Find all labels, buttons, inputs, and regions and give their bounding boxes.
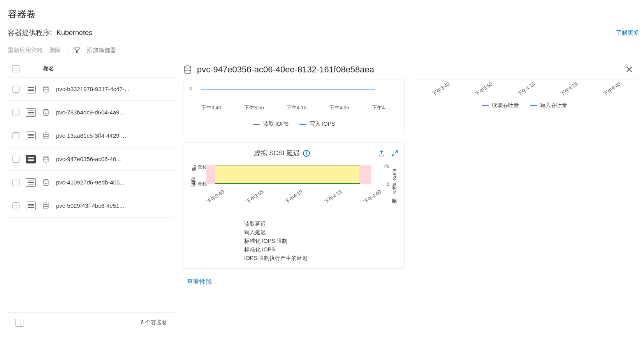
separator — [67, 46, 67, 55]
table-row[interactable]: pvc-b3321978-9317-4c47-... — [8, 77, 175, 101]
volume-name: pvc-410927d6-9edb-405... — [56, 179, 125, 186]
iops-chart-card: 0 下午3:40下午3:55下午4:10下午4:25下午4:... 读取 IOP… — [183, 79, 405, 134]
row-checkbox[interactable] — [12, 202, 19, 209]
svg-point-5 — [44, 203, 48, 204]
row-detail-icon[interactable] — [26, 178, 36, 187]
table-row[interactable]: pvc-410927d6-9edb-405... — [8, 171, 175, 194]
row-detail-icon[interactable] — [26, 85, 36, 93]
column-header-name[interactable]: 卷名 — [35, 65, 54, 72]
learn-more-link[interactable]: 了解更多 — [616, 29, 639, 37]
svg-point-4 — [44, 179, 48, 181]
throughput-chart-card: 下午3:40下午3:55下午4:10下午4:25下午4:40 读取吞吐量 写入吞… — [413, 79, 636, 134]
delete-button[interactable]: 删除 — [49, 47, 61, 54]
export-icon[interactable] — [378, 150, 385, 157]
svg-point-6 — [185, 66, 191, 68]
volume-name: pvc-5029f43f-4bc6-4e51... — [56, 202, 124, 209]
row-checkbox[interactable] — [12, 109, 19, 116]
select-all-checkbox[interactable] — [12, 65, 19, 72]
volume-icon — [42, 155, 50, 163]
volume-name: pvc-783b4dc9-d604-4a9... — [56, 109, 124, 116]
svg-point-0 — [44, 86, 48, 88]
row-count: 6 个容器卷 — [141, 319, 167, 326]
volume-icon — [42, 85, 50, 93]
row-detail-icon[interactable] — [26, 108, 36, 117]
iops-line — [201, 89, 375, 90]
column-picker-icon[interactable] — [16, 319, 23, 326]
filter-icon — [74, 47, 81, 54]
filter-input[interactable] — [87, 45, 188, 55]
row-detail-icon[interactable] — [26, 132, 36, 140]
table-row[interactable]: pvc-13aa81c5-3ff4-4429-... — [8, 124, 175, 147]
volume-icon — [42, 109, 50, 116]
volume-icon — [42, 132, 50, 140]
volume-icon — [42, 202, 50, 210]
volume-icon — [183, 65, 192, 74]
row-checkbox[interactable] — [12, 86, 19, 93]
row-detail-icon[interactable] — [26, 202, 36, 210]
volume-name: pvc-947e0356-ac06-40... — [56, 156, 121, 162]
volumes-table: 卷名 pvc-b3321978-9317-4c47-...pvc-783b4dc… — [8, 60, 175, 332]
volume-name: pvc-b3321978-9317-4c47-... — [56, 86, 129, 92]
table-row[interactable]: pvc-947e0356-ac06-40... — [8, 147, 175, 171]
row-checkbox[interactable] — [12, 156, 19, 163]
detail-panel: pvc-947e0356-ac06-40ee-8132-161f08e58aea… — [175, 60, 644, 332]
reapply-policy-button[interactable]: 重新应用策略 — [8, 47, 43, 54]
row-checkbox[interactable] — [12, 132, 19, 139]
provider-label: 容器提供程序:Kubernetes — [8, 28, 92, 37]
close-icon[interactable]: ✕ — [622, 64, 636, 75]
volume-icon — [42, 179, 50, 186]
svg-point-3 — [44, 156, 48, 158]
expand-icon[interactable] — [391, 150, 398, 157]
volume-name: pvc-13aa81c5-3ff4-4429-... — [56, 132, 126, 139]
table-row[interactable]: pvc-783b4dc9-d604-4a9... — [8, 101, 175, 124]
view-performance-link[interactable]: 查看性能 — [183, 278, 636, 286]
page-title: 容器卷 — [8, 8, 644, 20]
latency-chart-card: 虚拟 SCSI 延迟i 虚拟 SCSI 延迟 2 毫秒 0 毫秒 2 — [183, 142, 405, 269]
svg-point-2 — [44, 133, 48, 134]
detail-title: pvc-947e0356-ac06-40ee-8132-161f08e58aea — [197, 65, 618, 75]
info-icon[interactable]: i — [303, 150, 310, 157]
svg-point-1 — [44, 109, 48, 111]
table-row[interactable]: pvc-5029f43f-4bc6-4e51... — [8, 194, 175, 218]
provider-value: Kubernetes — [56, 29, 92, 37]
row-detail-icon[interactable] — [26, 155, 36, 163]
row-checkbox[interactable] — [12, 179, 19, 186]
